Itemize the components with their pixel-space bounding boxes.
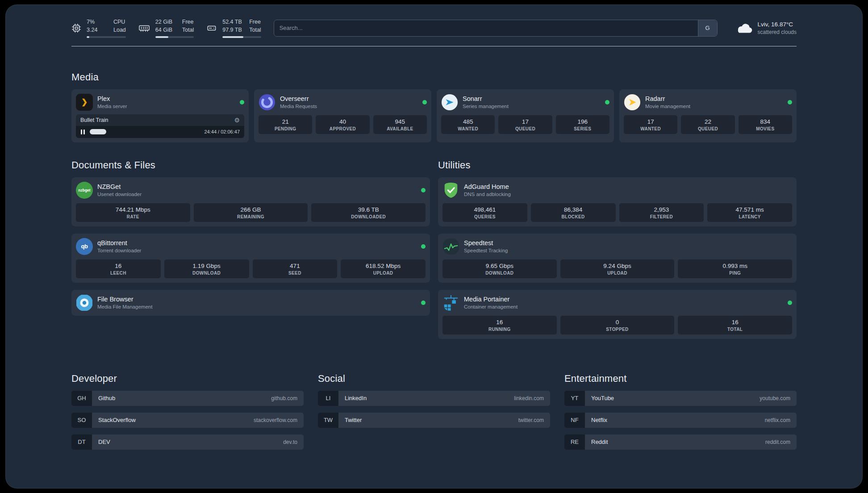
bookmark-url: linkedin.com xyxy=(514,395,544,401)
stat-block: 9.24 Gbps UPLOAD xyxy=(560,259,675,278)
status-dot xyxy=(788,100,792,104)
stat-block: 1.19 Gbps DOWNLOAD xyxy=(164,259,249,278)
stat-block: 0 STOPPED xyxy=(560,316,675,334)
bookmark-abbr: NF xyxy=(564,413,585,428)
weather-condition: scattered clouds xyxy=(758,29,797,36)
bookmark-group-entertainment: Entertainment YT YouTube youtube.com NF … xyxy=(564,373,797,456)
speedtest-icon xyxy=(442,238,459,255)
stat-block: 266 GB REMAINING xyxy=(194,203,308,222)
bookmark-reddit[interactable]: RE Reddit reddit.com xyxy=(564,435,797,450)
disk-free: 52.4 TB xyxy=(222,18,242,26)
bookmark-name: Github xyxy=(98,395,115,401)
service-description: Series management xyxy=(463,103,509,110)
stat-block: 16 LEECH xyxy=(76,259,161,278)
status-dot xyxy=(605,100,609,104)
bookmark-name: YouTube xyxy=(591,395,614,401)
bookmark-netflix[interactable]: NF Netflix netflix.com xyxy=(564,413,797,428)
bookmark-dev[interactable]: DT DEV dev.to xyxy=(71,435,304,450)
progress-track[interactable] xyxy=(90,129,200,134)
section-utilities: Utilities AdGuard Home DNS and adblocki xyxy=(438,159,797,346)
disk-free-label: Free xyxy=(249,18,261,26)
section-media: Media ❯ Plex Media server Bullet Tr xyxy=(71,71,797,142)
bookmark-name: DEV xyxy=(98,439,110,445)
status-dot xyxy=(240,100,244,104)
service-card-qbittorrent[interactable]: qb qBittorrent Torrent downloader 16 LEE… xyxy=(71,234,430,283)
bookmark-url: netflix.com xyxy=(765,417,790,423)
section-title-entertainment: Entertainment xyxy=(564,373,797,384)
service-description: Media File Management xyxy=(97,304,152,310)
search-bar: G xyxy=(274,20,718,37)
bookmark-name: Reddit xyxy=(591,439,608,445)
bookmark-name: StackOverflow xyxy=(98,417,136,423)
section-documents: Documents & Files nzbget NZBGet Usenet d… xyxy=(71,159,430,323)
service-description: Speedtest Tracking xyxy=(464,247,508,254)
sonarr-icon xyxy=(441,94,458,111)
plex-icon: ❯ xyxy=(76,94,93,111)
bookmark-abbr: DT xyxy=(71,435,92,450)
bookmark-name: Twitter xyxy=(345,417,362,423)
plex-now-playing: Bullet Train ⚙ 24:44 / 02:06:47 xyxy=(76,114,244,138)
stat-block: 16 TOTAL xyxy=(678,316,792,334)
service-name: Sonarr xyxy=(463,95,509,103)
weather-widget: Lviv, 16.87°C scattered clouds xyxy=(734,21,797,36)
bookmark-url: stackoverflow.com xyxy=(254,417,297,423)
section-title-documents: Documents & Files xyxy=(71,159,430,171)
service-card-plex[interactable]: ❯ Plex Media server Bullet Train ⚙ xyxy=(71,89,249,142)
service-name: Radarr xyxy=(645,95,690,103)
bookmark-github[interactable]: GH Github github.com xyxy=(71,391,304,406)
service-card-speedtest[interactable]: Speedtest Speedtest Tracking 9.65 Gbps D… xyxy=(438,234,797,283)
service-card-portainer[interactable]: Media Portainer Container management 16 … xyxy=(438,290,797,339)
service-card-radarr[interactable]: Radarr Movie management 17 WANTED 22 QUE… xyxy=(619,89,797,142)
cpu-bar xyxy=(87,36,126,38)
bookmark-abbr: LI xyxy=(318,391,338,406)
stat-block: 40 APPROVED xyxy=(316,115,369,134)
stat-block: 498,461 QUERIES xyxy=(442,203,527,222)
bookmark-url: github.com xyxy=(271,395,297,401)
bookmark-twitter[interactable]: TW Twitter twitter.com xyxy=(318,413,550,428)
memory-icon xyxy=(138,23,150,33)
stat-block: 9.65 Gbps DOWNLOAD xyxy=(442,259,557,278)
service-card-adguard[interactable]: AdGuard Home DNS and adblocking 498,461 … xyxy=(438,177,797,226)
stat-block: 2,953 FILTERED xyxy=(619,203,704,222)
cpu-load: 3.24 xyxy=(87,26,106,34)
stat-block: 485 WANTED xyxy=(441,115,495,134)
service-name: Speedtest xyxy=(464,239,508,247)
stat-block: 16 RUNNING xyxy=(442,316,557,334)
service-card-sonarr[interactable]: Sonarr Series management 485 WANTED 17 Q… xyxy=(437,89,614,142)
stat-block: 0.993 ms PING xyxy=(678,259,792,278)
stat-block: 834 MOVIES xyxy=(739,115,792,134)
memory-total-label: Total xyxy=(182,26,194,34)
weather-location: Lviv, 16.87°C xyxy=(758,21,797,29)
portainer-icon xyxy=(442,294,459,311)
search-input[interactable] xyxy=(274,20,698,36)
status-dot xyxy=(421,188,426,192)
gear-icon[interactable]: ⚙ xyxy=(234,117,240,123)
memory-total: 64 GiB xyxy=(155,26,175,34)
memory-bar xyxy=(155,36,194,38)
resource-widgets: 7% CPU 3.24 Load xyxy=(71,18,261,38)
service-card-filebrowser[interactable]: File Browser Media File Management xyxy=(71,290,430,316)
topbar: 7% CPU 3.24 Load xyxy=(71,18,797,38)
service-card-overseerr[interactable]: Overseerr Media Requests 21 PENDING 40 A… xyxy=(254,89,431,142)
pause-button[interactable] xyxy=(80,129,85,135)
cpu-icon xyxy=(71,23,81,33)
overseerr-icon xyxy=(259,94,275,111)
cpu-label: CPU xyxy=(113,18,126,26)
bookmark-stackoverflow[interactable]: SO StackOverflow stackoverflow.com xyxy=(71,413,304,428)
bookmark-linkedin[interactable]: LI LinkedIn linkedin.com xyxy=(318,391,550,406)
disk-total-label: Total xyxy=(249,26,261,34)
bookmark-youtube[interactable]: YT YouTube youtube.com xyxy=(564,391,797,406)
service-card-nzbget[interactable]: nzbget NZBGet Usenet downloader 744.21 M… xyxy=(71,177,430,226)
stat-block: 618.52 Mbps UPLOAD xyxy=(341,259,426,278)
stat-block: 17 WANTED xyxy=(624,115,677,134)
stat-block: 471 SEED xyxy=(253,259,338,278)
service-name: Plex xyxy=(97,95,127,103)
stat-block: 21 PENDING xyxy=(259,115,312,134)
cpu-widget: 7% CPU 3.24 Load xyxy=(71,18,126,38)
section-title-developer: Developer xyxy=(71,373,304,384)
radarr-icon xyxy=(624,94,641,111)
bookmark-abbr: YT xyxy=(564,391,585,406)
nzbget-icon: nzbget xyxy=(76,182,93,199)
search-provider-button[interactable]: G xyxy=(698,20,717,36)
bookmarks-section: Developer GH Github github.com SO StackO… xyxy=(71,373,797,478)
